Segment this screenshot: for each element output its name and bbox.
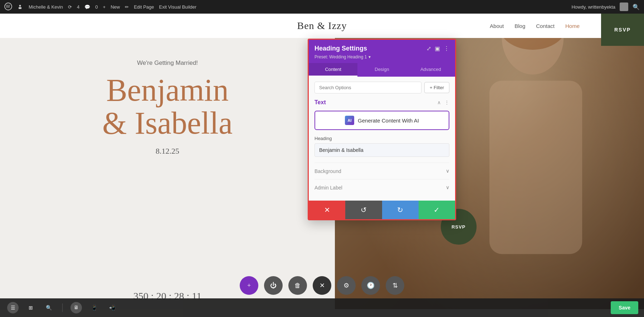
comment-icon: 💬 <box>84 4 90 10</box>
panel-header-icons: ⤢ ▣ ⋮ <box>426 45 449 52</box>
wp-logo-icon[interactable]: W <box>4 3 12 11</box>
heading-field-group: Heading <box>314 136 449 163</box>
tab-content[interactable]: Content <box>309 63 357 77</box>
wedding-date: 8.12.25 <box>156 147 179 156</box>
site-title: Ben & Izzy <box>297 20 347 32</box>
toolbar-right: 🔍 ⧉ ? Save <box>612 304 637 311</box>
generate-ai-button[interactable]: AI Generate Content With AI <box>314 111 449 130</box>
add-module-fab[interactable]: + <box>240 276 258 295</box>
wedding-heading: Benjamin & Isabella <box>102 74 233 140</box>
cancel-button[interactable]: ✕ <box>309 201 345 219</box>
delete-fab[interactable]: 🗑 <box>288 276 307 295</box>
save-button[interactable]: Save <box>611 301 638 314</box>
fab-container: + ⏻ 🗑 ✕ ⚙ 🕐 ⇅ <box>240 276 404 295</box>
toolbar-desktop-icon[interactable]: 🖥 <box>70 302 82 313</box>
admin-bar-right: Howdy, writtenbyekta 🔍 <box>571 3 640 11</box>
section-more-icon[interactable]: ⋮ <box>444 100 449 106</box>
svg-point-2 <box>19 5 21 7</box>
ai-icon: AI <box>345 116 354 125</box>
revision-icon: ⟳ <box>68 4 72 10</box>
search-options-input[interactable] <box>314 82 421 93</box>
heading-name1: Benjamin <box>106 73 229 107</box>
rsvp-top-button[interactable]: RSVP <box>601 14 644 46</box>
edit-page-button[interactable]: Edit Page <box>134 4 154 10</box>
toolbar-search-icon[interactable]: 🔍 <box>43 302 54 313</box>
redo-button[interactable]: ↻ <box>382 201 419 219</box>
panel-more-icon[interactable]: ⋮ <box>444 45 449 52</box>
heading-field-label: Heading <box>314 136 449 141</box>
toolbar-menu-icon[interactable]: ☰ <box>7 302 19 313</box>
nav-bar: Ben & Izzy About Blog Contact Home RSVP <box>0 14 644 38</box>
wedding-subtitle: We're Getting Married! <box>137 59 198 67</box>
comment-count[interactable]: 0 <box>95 4 98 10</box>
search-options-row: + Filter <box>314 82 449 93</box>
panel-header-row: Heading Settings ⤢ ▣ ⋮ <box>314 45 449 52</box>
admin-label-chevron-icon: ∨ <box>446 184 449 191</box>
tab-advanced[interactable]: Advanced <box>406 63 455 77</box>
admin-label-text: Admin Label <box>314 185 342 191</box>
settings-fab[interactable]: ⚙ <box>337 276 356 295</box>
svg-rect-3 <box>19 7 21 9</box>
filter-button[interactable]: + Filter <box>424 82 449 93</box>
confirm-button[interactable]: ✓ <box>419 201 455 219</box>
admin-search-icon[interactable]: 🔍 <box>633 4 640 10</box>
preset-text: Preset: Wedding Heading 1 <box>314 54 367 59</box>
panel-preset[interactable]: Preset: Wedding Heading 1 ▾ <box>314 54 449 59</box>
howdy-text: Howdy, writtenbyekta <box>571 4 615 10</box>
panel-title: Heading Settings <box>314 45 367 52</box>
text-section-title: Text <box>314 99 326 106</box>
nav-contact[interactable]: Contact <box>536 23 555 29</box>
toolbar-layout-icon[interactable]: ⊞ <box>25 302 36 313</box>
generate-ai-label: Generate Content With AI <box>358 117 419 124</box>
new-icon: + <box>103 4 106 10</box>
columns-fab[interactable]: ⇅ <box>386 276 404 295</box>
exit-builder-button[interactable]: Exit Visual Builder <box>159 4 197 10</box>
toolbar-mobile-icon[interactable]: 📲 <box>106 302 118 313</box>
admin-bar-left: W Michelle & Kevin ⟳ 4 💬 0 + New ✏ Edit … <box>4 3 196 11</box>
heading-name2: & Isabella <box>102 106 233 140</box>
toolbar-tablet-icon[interactable]: 📱 <box>88 302 100 313</box>
text-section-header: Text ∧ ⋮ <box>314 99 449 106</box>
revision-count[interactable]: 4 <box>77 4 79 10</box>
edit-icon: ✏ <box>125 4 129 10</box>
user-avatar[interactable] <box>620 3 628 11</box>
admin-bar: W Michelle & Kevin ⟳ 4 💬 0 + New ✏ Edit … <box>0 0 644 14</box>
toolbar-divider-1 <box>62 303 63 312</box>
panel-tabs: Content Design Advanced <box>309 63 455 77</box>
undo-button[interactable]: ↺ <box>345 201 382 219</box>
site-icon <box>17 4 24 10</box>
hero-left: We're Getting Married! Benjamin & Isabel… <box>0 38 335 309</box>
history-fab[interactable]: 🕐 <box>361 276 380 295</box>
nav-links: About Blog Contact Home <box>490 23 580 29</box>
heading-settings-panel: Heading Settings ⤢ ▣ ⋮ Preset: Wedding H… <box>308 39 456 220</box>
new-button[interactable]: New <box>111 4 120 10</box>
panel-body: + Filter Text ∧ ⋮ AI Generate Content Wi… <box>309 77 455 201</box>
svg-text:W: W <box>6 4 10 9</box>
site-name[interactable]: Michelle & Kevin <box>29 4 63 10</box>
section-icons: ∧ ⋮ <box>437 100 449 106</box>
nav-home[interactable]: Home <box>565 23 580 29</box>
panel-footer: ✕ ↺ ↻ ✓ <box>309 201 455 219</box>
nav-blog[interactable]: Blog <box>514 23 525 29</box>
section-collapse-icon[interactable]: ∧ <box>437 100 441 106</box>
preset-chevron: ▾ <box>369 54 371 59</box>
heading-input[interactable] <box>314 143 449 157</box>
admin-label-section[interactable]: Admin Label ∨ <box>314 179 449 196</box>
background-label: Background <box>314 168 341 174</box>
tab-design[interactable]: Design <box>357 63 406 77</box>
nav-about[interactable]: About <box>490 23 504 29</box>
close-fab[interactable]: ✕ <box>313 276 331 295</box>
panel-header: Heading Settings ⤢ ▣ ⋮ Preset: Wedding H… <box>309 40 455 63</box>
svg-rect-7 <box>489 81 582 254</box>
panel-collapse-icon[interactable]: ▣ <box>435 45 440 52</box>
background-chevron-icon: ∨ <box>446 168 449 174</box>
background-section[interactable]: Background ∨ <box>314 163 449 179</box>
power-fab[interactable]: ⏻ <box>264 276 283 295</box>
bottom-toolbar: ☰ ⊞ 🔍 🖥 📱 📲 🔍 ⧉ ? Save <box>0 298 644 317</box>
panel-expand-icon[interactable]: ⤢ <box>426 45 431 52</box>
